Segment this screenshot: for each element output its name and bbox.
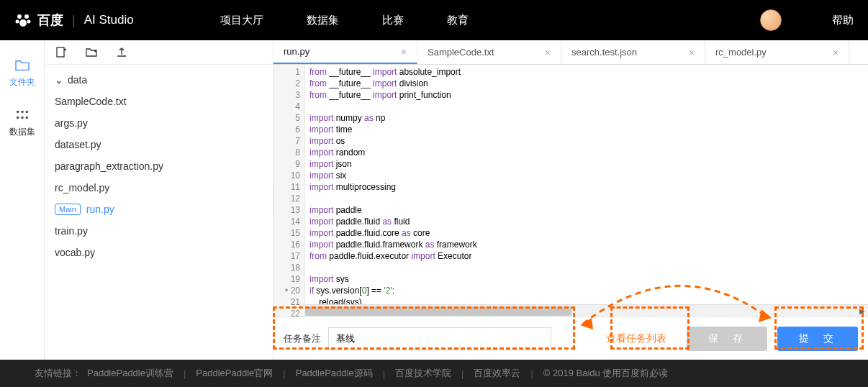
avatar[interactable]	[760, 9, 782, 31]
svg-point-0	[17, 14, 22, 19]
baidu-paw-icon	[14, 12, 32, 29]
sidebar-datasets[interactable]: 数据集	[9, 109, 35, 138]
sidebar-files[interactable]: 文件夹	[9, 59, 35, 88]
task-bar: 任务备注 查看任务列表 保 存 提 交	[273, 317, 868, 360]
editor-tab[interactable]: run.py×	[273, 40, 417, 64]
tree-file[interactable]: train.py	[45, 220, 273, 242]
tree-folder-data[interactable]: ⌄data	[45, 69, 273, 91]
tree-file[interactable]: args.py	[45, 112, 273, 134]
close-icon[interactable]: ×	[401, 46, 407, 58]
horizontal-scrollbar[interactable]: ◀ ▶	[305, 304, 868, 317]
footer-link[interactable]: PaddlePaddle源码	[296, 367, 373, 380]
dataset-icon	[14, 109, 30, 122]
help-link[interactable]: 帮助	[832, 14, 854, 27]
new-file-icon[interactable]	[55, 46, 68, 59]
line-gutter: 12345678910111213141516171819• 202122232…	[273, 65, 305, 360]
tree-file[interactable]: dataset.py	[45, 134, 273, 155]
editor-tabs: run.py×SampleCode.txt×search.test.json×r…	[273, 40, 868, 65]
footer-prefix: 友情链接：	[35, 367, 81, 380]
footer-link[interactable]: PaddlePaddle官网	[196, 367, 273, 380]
svg-point-2	[16, 20, 19, 24]
top-nav: 百度 | AI Studio 项目大厅 数据集 比赛 教育 帮助	[0, 0, 868, 40]
tree-file[interactable]: SampleCode.txt	[45, 91, 273, 112]
nav-education[interactable]: 教育	[447, 14, 469, 27]
svg-point-3	[27, 20, 31, 24]
svg-point-5	[16, 111, 19, 114]
svg-point-8	[16, 117, 19, 119]
editor-area: ◀ run.py×SampleCode.txt×search.test.json…	[273, 40, 868, 360]
tree-file[interactable]: vocab.py	[45, 242, 273, 263]
footer-link[interactable]: 百度技术学院	[395, 367, 451, 380]
svg-point-6	[21, 111, 24, 114]
tree-file-active[interactable]: Mainrun.py	[45, 199, 273, 220]
editor-tab[interactable]: rc_model.py×	[705, 40, 849, 64]
footer-copyright: © 2019 Baidu 使用百度前必读	[543, 367, 669, 380]
nav-projects[interactable]: 项目大厅	[220, 14, 263, 27]
task-label: 任务备注	[284, 332, 321, 345]
nav-competitions[interactable]: 比赛	[382, 14, 404, 27]
save-button[interactable]: 保 存	[687, 327, 767, 351]
footer: 友情链接： PaddlePaddle训练营| PaddlePaddle官网| P…	[0, 360, 868, 387]
logo-subtitle: AI Studio	[84, 13, 134, 27]
main-nav: 项目大厅 数据集 比赛 教育	[220, 14, 469, 27]
footer-link[interactable]: PaddlePaddle训练营	[87, 367, 173, 380]
close-icon[interactable]: ×	[689, 47, 695, 58]
svg-point-9	[21, 117, 24, 119]
logo-text: 百度	[37, 12, 63, 29]
new-folder-icon[interactable]	[85, 46, 98, 59]
left-sidebar: 文件夹 数据集	[0, 40, 45, 360]
editor-tab[interactable]: SampleCode.txt×	[417, 40, 561, 64]
svg-rect-11	[57, 47, 64, 57]
scroll-right-icon[interactable]: ▶	[856, 305, 868, 317]
main-badge: Main	[55, 204, 81, 215]
footer-link[interactable]: 百度效率云	[474, 367, 520, 380]
file-panel: ⌄data SampleCode.txt args.py dataset.py …	[45, 40, 273, 360]
task-input[interactable]	[328, 327, 551, 350]
svg-point-7	[25, 111, 28, 114]
submit-button[interactable]: 提 交	[777, 327, 858, 351]
nav-datasets[interactable]: 数据集	[307, 14, 339, 27]
file-tree: ⌄data SampleCode.txt args.py dataset.py …	[45, 65, 273, 268]
tree-file[interactable]: paragraph_extraction.py	[45, 155, 273, 177]
editor-tab[interactable]: search.test.json×	[561, 40, 705, 64]
svg-point-4	[19, 19, 27, 27]
scroll-thumb[interactable]	[305, 306, 571, 316]
close-icon[interactable]: ×	[833, 47, 838, 58]
upload-icon[interactable]	[115, 46, 128, 59]
logo[interactable]: 百度 | AI Studio	[14, 12, 134, 29]
file-toolbar	[45, 40, 273, 65]
tree-file[interactable]: rc_model.py	[45, 177, 273, 199]
close-icon[interactable]: ×	[545, 47, 551, 58]
svg-point-10	[25, 117, 28, 119]
chevron-down-icon: ⌄	[55, 74, 62, 86]
folder-icon	[14, 59, 30, 72]
view-task-list-link[interactable]: 查看任务列表	[606, 332, 666, 345]
code-editor[interactable]: 12345678910111213141516171819• 202122232…	[273, 65, 868, 360]
svg-point-1	[24, 14, 29, 19]
